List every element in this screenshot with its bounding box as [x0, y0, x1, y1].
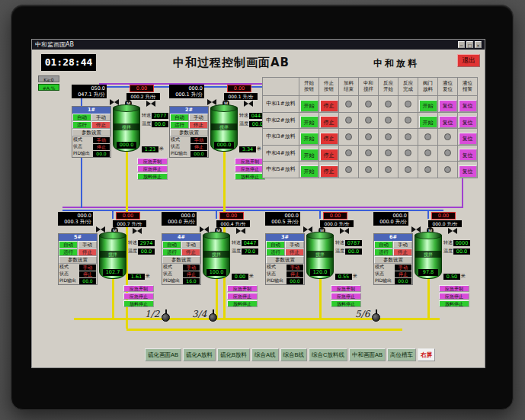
stop-button[interactable]: 停止 — [285, 248, 304, 256]
pump-icon[interactable] — [372, 313, 380, 322]
auto-button[interactable]: 自动 — [72, 114, 91, 121]
discharge-stop-button[interactable]: 放料停止 — [235, 173, 265, 180]
emergency-stop-button[interactable]: 应急停止 — [235, 165, 265, 172]
emergency-open-button[interactable]: 应急开制 — [137, 158, 168, 165]
emergency-stop-button[interactable]: 应急停止 — [123, 293, 154, 300]
temp-value: 70.0 — [242, 248, 258, 255]
run-buttons: 运行停止 — [72, 121, 110, 129]
minimize-icon[interactable]: ─ — [458, 41, 465, 48]
params-button[interactable]: 参数设置 — [266, 256, 304, 264]
cell-button[interactable]: 停止 — [320, 149, 338, 161]
cell-button[interactable]: 停止 — [320, 116, 338, 128]
maximize-icon[interactable]: □ — [466, 41, 473, 48]
cell-button[interactable]: 开始 — [300, 133, 319, 145]
pipe — [62, 207, 463, 208]
manual-button[interactable]: 手动 — [189, 114, 208, 121]
cell-button[interactable]: 停止 — [320, 165, 338, 178]
emergency-open-button[interactable]: 应急开制 — [235, 158, 265, 165]
cell-button[interactable]: 开始 — [419, 100, 437, 112]
status-indicator — [444, 133, 451, 140]
nav-button-2[interactable]: 硫化A放料 — [183, 348, 216, 361]
emergency-stop-button[interactable]: 应急停止 — [331, 293, 361, 300]
stop-button[interactable]: 停止 — [91, 121, 110, 129]
nav-button-4[interactable]: 综合A线 — [251, 348, 279, 361]
cell-button[interactable]: 开始 — [300, 116, 319, 128]
auto-button[interactable]: 自动 — [170, 114, 189, 121]
stop-button[interactable]: 停止 — [181, 248, 200, 256]
emergency-stop-button[interactable]: 应急停止 — [137, 165, 168, 172]
emergency-open-button[interactable]: 应急开制 — [331, 285, 361, 292]
cell-button[interactable]: 复位 — [459, 116, 477, 128]
params-button[interactable]: 参数设置 — [59, 256, 97, 264]
emergency-stop-button[interactable]: 应急停止 — [227, 293, 258, 300]
level-value: 3.34 — [239, 146, 256, 152]
tank-id: 4# — [162, 234, 200, 241]
run-button[interactable]: 运行 — [374, 248, 393, 256]
params-button[interactable]: 参数设置 — [162, 256, 200, 264]
run-buttons: 运行停止 — [374, 248, 412, 256]
auto-button[interactable]: 自动 — [266, 241, 285, 248]
nav-button-1[interactable]: 硫化画面AB — [145, 348, 181, 361]
close-icon[interactable]: × — [475, 41, 482, 48]
cell-button[interactable]: 开始 — [300, 149, 319, 161]
cell-button[interactable]: 复位 — [439, 116, 457, 128]
manual-button[interactable]: 手动 — [393, 241, 412, 248]
exit-button[interactable]: 退出 — [457, 54, 480, 67]
auto-button[interactable]: 自动 — [162, 241, 181, 248]
params-button[interactable]: 参数设置 — [72, 129, 110, 136]
nav-button-7[interactable]: 中和画面AB — [349, 348, 386, 361]
pump-icon[interactable] — [209, 313, 217, 322]
level-value: 1.61 — [128, 274, 145, 280]
discharge-stop-button[interactable]: 放料停止 — [227, 300, 258, 307]
discharge-stop-button[interactable]: 放料停止 — [123, 300, 154, 307]
cell-button[interactable]: 复位 — [459, 100, 477, 112]
window-title: 中和监画面AB — [35, 40, 74, 50]
tank-control-panel: 5#自动手动运行停止参数设置模式手动状态停止PID输出00.0 — [58, 233, 98, 285]
emergency-open-button[interactable]: 应急开制 — [123, 285, 154, 292]
run-button[interactable]: 运行 — [170, 121, 189, 129]
run-button[interactable]: 运行 — [162, 248, 181, 256]
run-button[interactable]: 运行 — [72, 121, 91, 129]
cell-button[interactable]: 停止 — [320, 100, 338, 112]
manual-button[interactable]: 手动 — [181, 241, 200, 248]
status-indicator — [365, 133, 372, 140]
cell-button[interactable]: 复位 — [439, 100, 457, 112]
emergency-buttons: 应急开制应急停止放料停止 — [439, 285, 469, 308]
stop-button[interactable]: 停止 — [393, 248, 412, 256]
run-button[interactable]: 运行 — [266, 248, 285, 256]
nav-button-6[interactable]: 综合C放料线 — [309, 348, 347, 361]
table-cell — [399, 162, 418, 178]
flow-indicator: 000.0000.1 升/分 — [169, 85, 204, 98]
auto-button[interactable]: 自动 — [59, 241, 78, 248]
nav-button-9[interactable]: 右屏 — [418, 348, 435, 361]
emergency-stop-button[interactable]: 应急停止 — [439, 293, 469, 300]
manual-button[interactable]: 手动 — [285, 241, 304, 248]
cell-button[interactable]: 复位 — [459, 165, 477, 178]
manual-button[interactable]: 手动 — [78, 241, 97, 248]
manual-button[interactable]: 手动 — [91, 114, 110, 121]
cell-button[interactable]: 复位 — [459, 149, 477, 161]
level-readout: 3.34米 — [239, 146, 261, 152]
nav-button-3[interactable]: 硫化B放料 — [217, 348, 250, 361]
cell-button[interactable]: 开始 — [419, 116, 437, 128]
emergency-open-button[interactable]: 应急开制 — [227, 285, 258, 292]
row-label: 中和5#放料 — [263, 162, 299, 178]
auto-button[interactable]: 自动 — [374, 241, 393, 248]
params-button[interactable]: 参数设置 — [170, 129, 208, 136]
cell-button[interactable]: 开始 — [300, 165, 319, 178]
stop-button[interactable]: 停止 — [78, 248, 97, 256]
run-button[interactable]: 运行 — [59, 248, 78, 256]
discharge-stop-button[interactable]: 放料停止 — [137, 173, 168, 180]
cell-button[interactable]: 停止 — [320, 133, 338, 145]
emergency-open-button[interactable]: 应急开制 — [439, 285, 469, 292]
discharge-stop-button[interactable]: 放料停止 — [331, 300, 361, 307]
cell-button[interactable]: 开始 — [300, 100, 319, 112]
pump-icon[interactable] — [162, 313, 170, 322]
discharge-stop-button[interactable]: 放料停止 — [439, 300, 469, 307]
stop-button[interactable]: 停止 — [189, 121, 208, 129]
nav-button-5[interactable]: 综合B线 — [280, 348, 308, 361]
params-button[interactable]: 参数设置 — [374, 256, 412, 264]
cell-button[interactable]: 复位 — [459, 133, 477, 145]
column-header: 液位复位 — [438, 78, 458, 96]
nav-button-8[interactable]: 高位槽车 — [387, 348, 416, 361]
